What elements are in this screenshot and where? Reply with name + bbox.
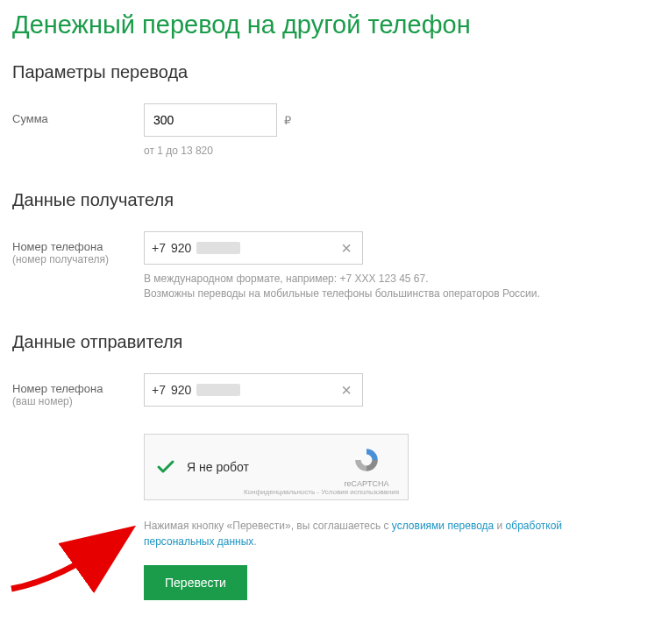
recipient-phone-sublabel: (номер получателя) xyxy=(12,253,144,265)
submit-button[interactable]: Перевести xyxy=(144,565,247,600)
recipient-help-2: Возможны переводы на мобильные телефоны … xyxy=(144,287,657,301)
phone-masked xyxy=(196,384,240,396)
recaptcha-terms: Конфиденциальность - Условия использован… xyxy=(244,488,399,496)
clear-icon[interactable]: × xyxy=(338,378,355,402)
recipient-help-1: В международном формате, например: +7 XX… xyxy=(144,272,657,287)
recaptcha-widget[interactable]: Я не робот reCAPTCHA Конфиденциальность … xyxy=(144,434,409,500)
phone-prefix: +7 xyxy=(152,241,166,255)
recipient-phone-input[interactable]: +7 920 × xyxy=(144,231,363,265)
phone-prefix: +7 xyxy=(152,383,166,397)
sender-phone-label: Номер телефона xyxy=(12,382,144,395)
sender-phone-sublabel: (ваш номер) xyxy=(12,395,144,407)
amount-input[interactable] xyxy=(144,103,277,137)
checkmark-icon xyxy=(155,456,176,478)
recipient-phone-label: Номер телефона xyxy=(12,240,144,253)
terms-link[interactable]: условиями перевода xyxy=(392,520,494,532)
amount-label: Сумма xyxy=(12,103,144,125)
section-heading-params: Параметры перевода xyxy=(12,62,657,82)
recipient-section: Данные получателя Номер телефона (номер … xyxy=(12,190,657,301)
amount-range-help: от 1 до 13 820 xyxy=(144,144,657,159)
section-heading-recipient: Данные получателя xyxy=(12,190,657,210)
sender-phone-input[interactable]: +7 920 × xyxy=(144,373,363,407)
recaptcha-logo: reCAPTCHA xyxy=(336,446,397,488)
phone-code: 920 xyxy=(171,241,191,255)
arrow-annotation-icon xyxy=(7,506,139,593)
recaptcha-label: Я не робот xyxy=(187,460,336,474)
page-title: Денежный перевод на другой телефон xyxy=(12,11,657,39)
recaptcha-brand: reCAPTCHA xyxy=(336,479,397,488)
sender-section: Данные отправителя Номер телефона (ваш н… xyxy=(12,332,657,407)
phone-masked xyxy=(196,242,240,254)
currency-symbol: ₽ xyxy=(284,114,291,127)
transfer-params-section: Параметры перевода Сумма ₽ от 1 до 13 82… xyxy=(12,62,657,159)
section-heading-sender: Данные отправителя xyxy=(12,332,657,352)
clear-icon[interactable]: × xyxy=(338,236,355,260)
phone-code: 920 xyxy=(171,383,191,397)
consent-text: Нажимая кнопку «Перевести», вы соглашает… xyxy=(144,518,582,549)
